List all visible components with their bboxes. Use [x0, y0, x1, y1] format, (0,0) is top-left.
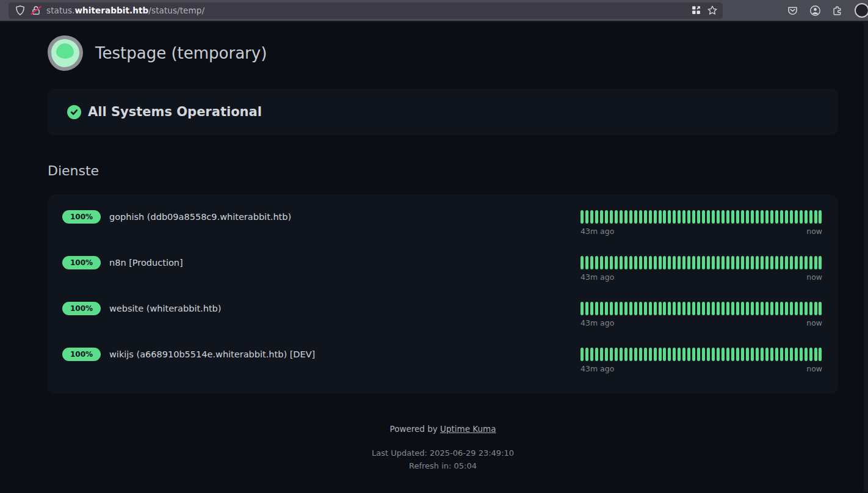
- beat-up: [707, 210, 710, 224]
- beat-up: [673, 302, 676, 315]
- titlebar: Testpage (temporary): [48, 22, 838, 71]
- beat-up: [805, 256, 808, 269]
- beat-up: [814, 256, 817, 269]
- beat-up: [785, 348, 788, 361]
- scrollbar[interactable]: [864, 22, 868, 492]
- beat-up: [707, 256, 710, 269]
- extensions-icon[interactable]: [832, 5, 843, 16]
- beat-up: [741, 256, 744, 269]
- beat-up: [722, 348, 725, 361]
- beat-up: [770, 302, 773, 315]
- beat-up: [644, 348, 647, 361]
- beat-start-label: 43m ago: [580, 364, 614, 373]
- powered-by: Powered by Uptime Kuma: [48, 424, 838, 434]
- beat-up: [795, 348, 798, 361]
- beat-up: [809, 302, 812, 315]
- beat-up: [580, 348, 584, 361]
- beat-up: [634, 256, 637, 269]
- beat-up: [697, 302, 700, 315]
- beat-up: [756, 256, 759, 269]
- beat-up: [746, 348, 749, 361]
- beat-up: [673, 256, 676, 269]
- beat-up: [702, 210, 705, 224]
- shield-icon[interactable]: [15, 5, 26, 16]
- beat-up: [668, 256, 671, 269]
- beat-up: [682, 210, 685, 224]
- beat-up: [615, 302, 618, 315]
- beat-up: [795, 210, 798, 224]
- beat-up: [624, 256, 627, 269]
- beat-up: [668, 210, 671, 224]
- beat-up: [765, 256, 769, 269]
- beat-up: [687, 348, 690, 361]
- beat-up: [731, 210, 734, 224]
- beat-up: [639, 256, 642, 269]
- service-row: 100% n8n [Production] 43m ago now: [48, 249, 838, 294]
- account-icon[interactable]: [809, 5, 820, 16]
- beat-up: [712, 348, 715, 361]
- beat-up: [761, 302, 764, 315]
- beat-up: [590, 256, 593, 269]
- beat-up: [736, 348, 739, 361]
- beat-up: [722, 210, 725, 224]
- uptime-badge: 100%: [62, 256, 101, 269]
- beat-up: [663, 256, 666, 269]
- uptime-kuma-logo-icon: [48, 35, 83, 71]
- beat-up: [741, 210, 744, 224]
- insecure-lock-icon[interactable]: [31, 5, 42, 16]
- beat-up: [702, 302, 705, 315]
- beat-start-label: 43m ago: [580, 318, 614, 327]
- beat-up: [751, 256, 754, 269]
- beat-up: [654, 210, 657, 224]
- beat-up: [678, 256, 681, 269]
- beat-up: [736, 302, 739, 315]
- beat-up: [765, 210, 769, 224]
- beat-up: [659, 348, 662, 361]
- beat-up: [585, 256, 588, 269]
- beat-up: [819, 348, 822, 361]
- url-text[interactable]: status.whiterabbit.htb/status/temp/: [46, 5, 204, 15]
- beat-up: [585, 210, 588, 224]
- beat-up: [741, 302, 744, 315]
- beat-up: [620, 348, 623, 361]
- beat-start-label: 43m ago: [580, 227, 614, 236]
- beat-up: [751, 348, 754, 361]
- beat-up: [809, 348, 812, 361]
- beat-up: [780, 256, 783, 269]
- url-bar[interactable]: status.whiterabbit.htb/status/temp/: [9, 2, 723, 19]
- tiles-arrow-icon[interactable]: [691, 5, 702, 16]
- bookmark-star-icon[interactable]: [707, 5, 718, 16]
- beat-up: [726, 210, 729, 224]
- beat-up: [620, 210, 623, 224]
- beat-up: [795, 256, 798, 269]
- beat-up: [634, 302, 637, 315]
- beat-up: [775, 256, 778, 269]
- beat-up: [756, 348, 759, 361]
- heartbeat-bar: [580, 210, 822, 224]
- beat-up: [731, 302, 734, 315]
- beat-up: [717, 302, 720, 315]
- beat-up: [765, 348, 769, 361]
- service-row: 100% wikijs (a668910b5514e.whiterabbit.h…: [48, 340, 838, 386]
- beat-up: [746, 302, 749, 315]
- beat-up: [644, 256, 647, 269]
- beat-up: [668, 348, 671, 361]
- beat-up: [624, 302, 627, 315]
- beat-up: [682, 348, 685, 361]
- beat-end-label: now: [806, 227, 822, 236]
- beat-up: [785, 210, 788, 224]
- beat-up: [726, 348, 729, 361]
- pocket-icon[interactable]: [787, 5, 798, 16]
- avatar-partial-icon[interactable]: [855, 3, 868, 18]
- beat-up: [790, 302, 793, 315]
- beat-up: [629, 256, 632, 269]
- beat-up: [692, 348, 695, 361]
- beat-up: [809, 210, 812, 224]
- beat-up: [600, 348, 603, 361]
- beat-up: [600, 256, 603, 269]
- beat-up: [814, 348, 817, 361]
- beat-up: [580, 210, 584, 224]
- beat-up: [775, 348, 778, 361]
- beat-up: [761, 256, 764, 269]
- uptime-kuma-link[interactable]: Uptime Kuma: [440, 424, 496, 434]
